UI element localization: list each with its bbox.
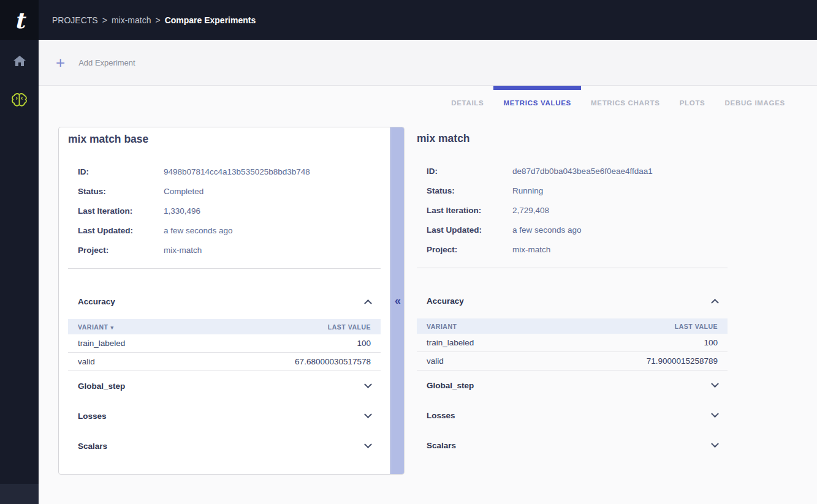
section-header-losses[interactable]: Losses (417, 401, 728, 431)
section-title: Accuracy (427, 296, 464, 306)
sidebar-item-experiments[interactable] (0, 88, 39, 115)
metrics-table-header: VARIANT LAST VALUE (417, 318, 728, 334)
field-row-project: Project: mix-match (417, 239, 728, 259)
field-value-id: 9498b07814cc4a13b535025b8bd3b748 (164, 167, 310, 176)
field-label: Last Iteration: (78, 206, 164, 216)
metric-section-global-step: Global_step (417, 370, 728, 401)
field-label: Status: (78, 187, 164, 196)
add-experiment-label: Add Experiment (78, 58, 135, 67)
breadcrumb: PROJECTS > mix-match > Compare Experimen… (52, 0, 256, 40)
active-tab-indicator (493, 86, 581, 90)
chevron-up-icon (364, 299, 372, 307)
experiment-title: mix match base (68, 127, 381, 146)
field-value-project: mix-match (512, 245, 550, 254)
section-title: Global_step (427, 381, 474, 390)
tab-metrics-values[interactable]: METRICS VALUES (493, 86, 581, 120)
chevron-down-icon (364, 380, 372, 388)
tab-label: PLOTS (680, 99, 705, 107)
breadcrumb-separator: > (102, 15, 107, 25)
experiment-card-content: mix match base ID: 9498b07814cc4a13b5350… (59, 127, 390, 474)
sidebar-item-home[interactable] (0, 48, 39, 75)
field-row-status: Status: Running (417, 181, 728, 200)
metric-row-valid: valid 67.68000030517578 (68, 353, 381, 371)
tab-metrics-charts[interactable]: METRICS CHARTS (581, 86, 670, 120)
chevron-up-icon (711, 298, 719, 306)
field-value-id: de87d7db0ba043bea5e6f0eae4ffdaa1 (512, 167, 653, 176)
variant-cell: train_labeled (78, 339, 125, 348)
section-header-losses[interactable]: Losses (68, 401, 381, 431)
chevron-down-icon (364, 440, 372, 448)
section-header-accuracy[interactable]: Accuracy (417, 283, 728, 318)
column-header-last-value: LAST VALUE (328, 323, 371, 331)
section-header-global-step[interactable]: Global_step (417, 370, 728, 401)
section-title: Scalars (78, 442, 107, 451)
tab-plots[interactable]: PLOTS (670, 86, 715, 120)
field-value-last-iteration: 2,729,408 (512, 206, 549, 215)
tab-label: METRICS CHARTS (591, 99, 660, 107)
metric-section-accuracy: Accuracy VARIANT LAST VALUE train_labele… (417, 283, 728, 370)
field-label: Last Iteration: (427, 206, 512, 215)
experiment-card-content: mix match ID: de87d7db0ba043bea5e6f0eae4… (417, 127, 728, 475)
tab-details[interactable]: DETAILS (441, 86, 493, 120)
column-variant-label: VARIANT (78, 323, 108, 331)
section-header-global-step[interactable]: Global_step (68, 371, 381, 401)
add-experiment-button[interactable]: + Add Experiment (56, 55, 135, 70)
breadcrumb-current-page: Compare Experiments (165, 15, 256, 25)
field-value-last-updated: a few seconds ago (164, 226, 233, 235)
breadcrumb-projects[interactable]: PROJECTS (52, 15, 98, 25)
metric-section-losses: Losses (417, 401, 728, 431)
breadcrumb-separator: > (155, 15, 160, 25)
field-row-id: ID: de87d7db0ba043bea5e6f0eae4ffdaa1 (417, 161, 728, 181)
tab-label: DETAILS (451, 99, 484, 107)
field-label: ID: (427, 167, 512, 176)
metrics-table-header: VARIANT▾ LAST VALUE (68, 319, 381, 334)
chevron-down-icon (711, 380, 719, 388)
field-label: ID: (78, 167, 164, 176)
divider (417, 268, 728, 268)
experiment-card-left: « mix match base ID: 9498b07814cc4a13b53… (58, 127, 405, 475)
column-header-variant[interactable]: VARIANT▾ (78, 323, 113, 331)
collapse-panel-button[interactable]: « (391, 293, 405, 308)
section-title: Accuracy (78, 297, 115, 306)
app-logo[interactable]: t (0, 0, 39, 40)
breadcrumb-project-name[interactable]: mix-match (112, 15, 151, 25)
section-header-scalars[interactable]: Scalars (68, 431, 381, 461)
metric-section-scalars: Scalars (68, 431, 381, 461)
tab-label: METRICS VALUES (503, 99, 571, 107)
home-icon (13, 55, 26, 69)
tab-label: DEBUG IMAGES (725, 99, 786, 107)
field-label: Project: (78, 246, 164, 255)
sort-desc-icon: ▾ (110, 325, 113, 331)
field-value-last-iteration: 1,330,496 (164, 206, 200, 216)
field-row-last-updated: Last Updated: a few seconds ago (417, 220, 728, 239)
field-row-status: Status: Completed (68, 181, 381, 201)
column-variant-label: VARIANT (427, 323, 457, 330)
variant-cell: train_labeled (427, 338, 474, 347)
experiment-fields: ID: de87d7db0ba043bea5e6f0eae4ffdaa1 Sta… (417, 161, 728, 259)
column-header-variant[interactable]: VARIANT (427, 323, 457, 330)
last-value-cell: 100 (704, 338, 718, 347)
app-root: t PROJECTS > mix-match > Compare Experim… (0, 0, 817, 504)
sidebar-footer[interactable] (0, 484, 39, 504)
tab-debug-images[interactable]: DEBUG IMAGES (715, 86, 796, 120)
divider (68, 268, 381, 269)
chevron-down-icon (364, 410, 372, 418)
experiment-card-right: mix match ID: de87d7db0ba043bea5e6f0eae4… (417, 127, 728, 475)
section-header-scalars[interactable]: Scalars (417, 431, 728, 461)
section-header-accuracy[interactable]: Accuracy (68, 284, 381, 319)
field-label: Status: (427, 186, 512, 195)
status-value: Completed (164, 187, 203, 196)
field-row-last-iteration: Last Iteration: 1,330,496 (68, 201, 381, 220)
metric-row-train-labeled: train_labeled 100 (68, 334, 381, 353)
experiment-title: mix match (417, 127, 728, 145)
toolbar: + Add Experiment (39, 40, 817, 86)
metric-row-train-labeled: train_labeled 100 (417, 334, 728, 352)
field-label: Last Updated: (78, 226, 164, 235)
last-value-cell: 67.68000030517578 (295, 357, 371, 366)
column-header-last-value: LAST VALUE (675, 323, 718, 330)
field-row-last-iteration: Last Iteration: 2,729,408 (417, 200, 728, 220)
metric-section-losses: Losses (68, 401, 381, 431)
panel-scrollbar[interactable]: « (390, 127, 404, 474)
section-title: Losses (78, 412, 107, 421)
chevron-down-icon (711, 410, 719, 418)
